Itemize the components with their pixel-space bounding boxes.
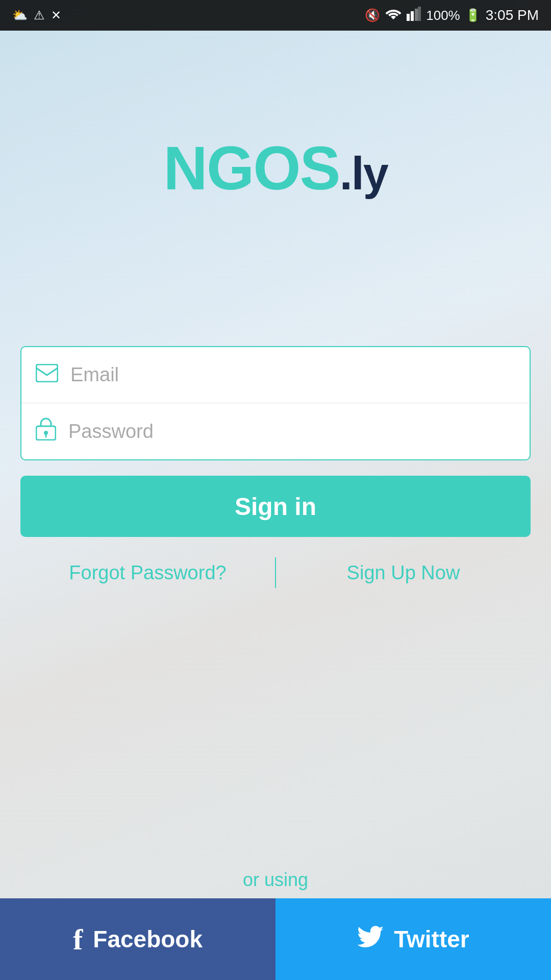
- email-icon: [36, 363, 58, 387]
- svg-rect-1: [411, 11, 414, 21]
- logo-dotly: .ly: [340, 148, 388, 199]
- social-bar: f Facebook Twitter: [0, 898, 551, 980]
- login-form: [20, 346, 531, 460]
- twitter-label: Twitter: [394, 925, 469, 953]
- logo: NGOS.ly: [163, 134, 387, 202]
- facebook-icon: f: [73, 922, 83, 957]
- svg-rect-3: [418, 7, 421, 21]
- password-row: [21, 403, 530, 459]
- sign-in-button[interactable]: Sign in: [20, 476, 531, 537]
- wifi-icon: [385, 7, 402, 24]
- close-icon: ✕: [51, 8, 61, 22]
- lock-icon: [36, 417, 56, 446]
- logo-ngos: NGOS: [163, 134, 339, 202]
- status-bar: ⛅ ⚠ ✕ 🔇 100% 🔋 3:05 PM: [0, 0, 551, 31]
- email-row: [21, 347, 530, 403]
- battery-text: 100%: [426, 8, 460, 23]
- status-bar-right: 🔇 100% 🔋 3:05 PM: [365, 7, 539, 24]
- svg-rect-2: [415, 9, 418, 21]
- forgot-password-link[interactable]: Forgot Password?: [20, 562, 275, 584]
- twitter-icon: [357, 924, 384, 954]
- svg-point-6: [44, 431, 48, 435]
- mute-icon: 🔇: [365, 8, 380, 22]
- status-bar-left: ⛅ ⚠ ✕: [12, 8, 61, 22]
- twitter-button[interactable]: Twitter: [276, 898, 551, 980]
- main-content: NGOS.ly Sign: [0, 31, 551, 898]
- cloud-icon: ⛅: [12, 8, 28, 22]
- status-time: 3:05 PM: [486, 7, 539, 23]
- warning-icon: ⚠: [34, 8, 45, 22]
- logo-container: NGOS.ly: [163, 133, 387, 203]
- sign-up-link[interactable]: Sign Up Now: [276, 562, 531, 584]
- svg-rect-0: [407, 14, 410, 21]
- facebook-button[interactable]: f Facebook: [0, 898, 276, 980]
- email-input[interactable]: [70, 364, 515, 386]
- password-input[interactable]: [68, 421, 515, 443]
- facebook-label: Facebook: [93, 925, 203, 953]
- svg-rect-4: [36, 364, 58, 382]
- battery-icon: 🔋: [465, 8, 481, 22]
- links-row: Forgot Password? Sign Up Now: [20, 557, 531, 588]
- signal-icon: [407, 7, 421, 24]
- or-using-text: or using: [243, 869, 308, 891]
